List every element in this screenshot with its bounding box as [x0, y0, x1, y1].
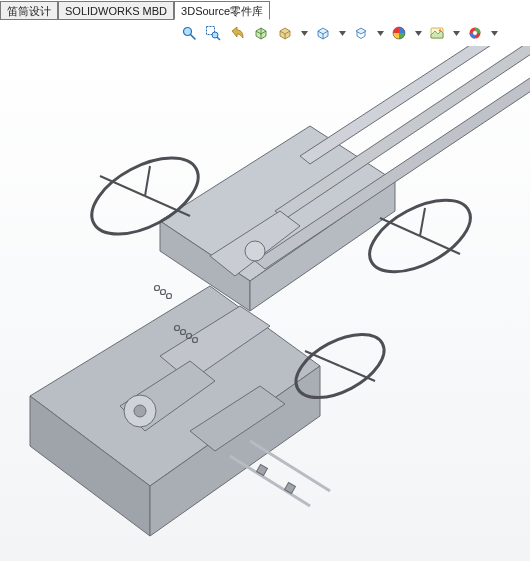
tab-label: 3DSource零件库 [181, 5, 263, 17]
tab-label: 笛筒设计 [7, 5, 51, 17]
view-settings-dropdown[interactable] [490, 31, 498, 36]
section-view-icon[interactable] [252, 24, 270, 42]
tab-solidworks-mbd[interactable]: SOLIDWORKS MBD [58, 1, 174, 20]
svg-line-25 [145, 166, 150, 196]
command-manager-tabs: 笛筒设计 SOLIDWORKS MBD 3DSource零件库 [0, 0, 530, 20]
apply-scene-dropdown[interactable] [452, 31, 460, 36]
svg-point-10 [473, 31, 478, 36]
svg-line-1 [191, 35, 196, 40]
model-render [0, 46, 530, 561]
edit-appearance-icon[interactable] [390, 24, 408, 42]
apply-scene-icon[interactable] [428, 24, 446, 42]
hide-show-icon[interactable] [352, 24, 370, 42]
hide-show-dropdown[interactable] [376, 31, 384, 36]
zoom-to-fit-icon[interactable] [180, 24, 198, 42]
display-style-dropdown[interactable] [338, 31, 346, 36]
view-orientation-dropdown[interactable] [300, 31, 308, 36]
tab-3dsource-parts-library[interactable]: 3DSource零件库 [174, 1, 270, 20]
svg-line-4 [217, 37, 220, 40]
svg-point-8 [439, 29, 441, 31]
svg-line-28 [420, 208, 425, 236]
tab-design[interactable]: 笛筒设计 [0, 1, 58, 20]
display-style-icon[interactable] [314, 24, 332, 42]
view-settings-icon[interactable] [466, 24, 484, 42]
zoom-area-icon[interactable] [204, 24, 222, 42]
heads-up-view-toolbar [0, 20, 530, 46]
view-orientation-icon[interactable] [276, 24, 294, 42]
graphics-viewport[interactable] [0, 46, 530, 561]
previous-view-icon[interactable] [228, 24, 246, 42]
svg-point-32 [245, 241, 265, 261]
tab-label: SOLIDWORKS MBD [65, 5, 167, 17]
svg-line-38 [230, 456, 310, 506]
svg-point-36 [134, 405, 146, 417]
edit-appearance-dropdown[interactable] [414, 31, 422, 36]
